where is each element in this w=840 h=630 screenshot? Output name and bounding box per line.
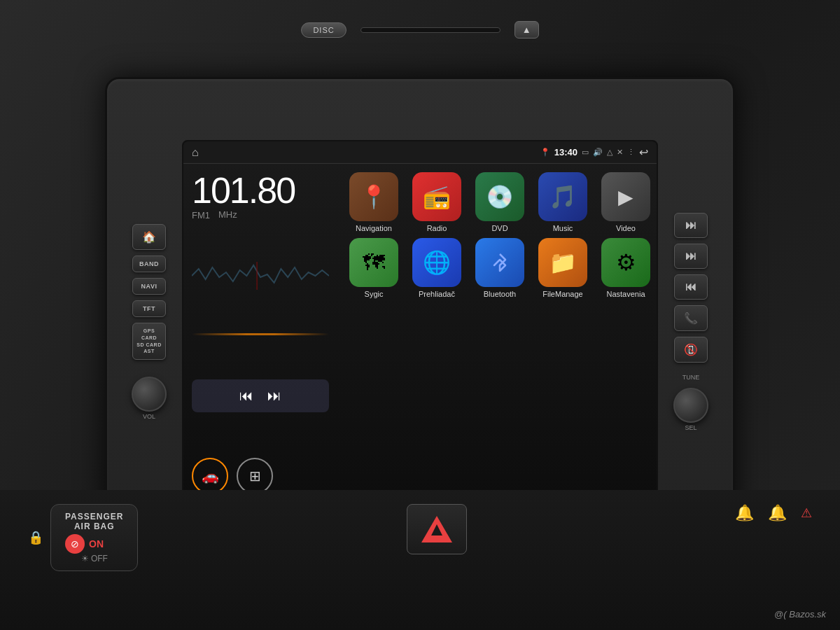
app-music[interactable]: 🎵 Music [535,172,591,232]
app-dvd[interactable]: 💿 DVD [472,172,528,232]
media-controls: ⏮ ⏭ [192,379,329,412]
status-right: 📍 13:40 ▭ 🔊 △ ✕ ⋮ ↩ [540,146,648,159]
car-unit: DISC ▲ 🏠 BAND NAVI TFT GPS CARDSD CARDAS… [0,0,840,630]
tune-label: TUNE [682,374,700,381]
screen: ⌂ 📍 13:40 ▭ 🔊 △ ✕ ⋮ ↩ 101.80 [182,140,658,504]
warning-icons-group: 🔔 🔔 ⚠ [735,504,812,522]
filemanager-icon: 📁 [538,238,587,287]
settings-label: Nastavenia [606,290,645,298]
dashboard-bottom: 🔒 PASSENGERAIR BAG ⊘ ON ☀ OFF 🔔 🔔 ⚠ [0,490,840,630]
app-video[interactable]: ▶ Video [598,172,654,232]
call-btn[interactable]: 📞 [674,305,708,331]
location-icon: 📍 [540,148,550,157]
battery-icon: ▭ [582,148,589,157]
vol-label: VOL [143,413,155,420]
app-radio[interactable]: 📻 Radio [409,172,465,232]
airbag-circle-icon: ⊘ [65,534,85,554]
hazard-button[interactable] [407,504,467,554]
freq-display: 101.80 FM1 MHz [192,172,329,220]
screen-content: 101.80 FM1 MHz ⏮ [183,164,657,503]
back-icon[interactable]: ↩ [639,146,648,159]
warning-icon-3: ⚠ [801,505,812,521]
apps-icon-button[interactable]: ⊞ [237,458,273,494]
app-navigation[interactable]: 📍 Navigation [346,172,402,232]
dvd-label: DVD [491,224,507,232]
status-bar: ⌂ 📍 13:40 ▭ 🔊 △ ✕ ⋮ ↩ [183,141,657,164]
disc-slot [360,27,500,33]
band-button[interactable]: BAND [132,255,166,272]
media-eject-icon: △ [607,148,612,157]
next-track-btn-1[interactable]: ⏭ [674,213,708,238]
app-browser[interactable]: 🌐 Prehliadač [409,238,465,298]
next-track-btn-2[interactable]: ⏭ [674,244,708,269]
home-button[interactable]: 🏠 [132,224,166,250]
top-slot: DISC ▲ [140,21,700,38]
music-label: Music [553,224,573,232]
video-label: Video [616,224,636,232]
home-status-icon[interactable]: ⌂ [192,146,199,159]
bluetooth-icon [475,238,524,287]
app-settings[interactable]: ⚙ Nastavenia [598,238,654,298]
bottom-icon-row: 🚗 ⊞ [192,458,329,494]
bluetooth-label: Bluetooth [484,290,516,298]
media-prev-btn[interactable]: ⏮ [239,388,253,404]
dvd-icon: 💿 [475,172,524,221]
radio-icon: 📻 [412,172,461,221]
apps-row-1: 📍 Navigation 📻 Radio 💿 DVD 🎵 [346,172,654,232]
apps-row-2: 🗺 Sygic 🌐 Prehliadač [346,238,654,298]
airbag-off-text: ☀ OFF [65,554,123,564]
sygic-label: Sygic [365,290,384,298]
frequency-number: 101.80 [192,172,329,209]
airbag-on-text: ON [89,538,104,550]
menu-icon: ⋮ [627,148,635,157]
eject-button[interactable]: ▲ [514,21,539,38]
video-icon: ▶ [601,172,650,221]
disc-button[interactable]: DISC [301,22,346,38]
close-status-icon: ✕ [617,148,623,157]
app-filemanager[interactable]: 📁 FileManage [535,238,591,298]
browser-icon: 🌐 [412,238,461,287]
vol-knob[interactable] [132,377,167,412]
radio-label: Radio [427,224,447,232]
apps-panel: 📍 Navigation 📻 Radio 💿 DVD 🎵 [337,164,658,503]
airbag-label: PASSENGERAIR BAG [65,512,123,531]
filemanager-label: FileManage [542,290,582,298]
warning-icon-1: 🔔 [735,504,754,522]
sel-label: SEL [685,424,696,431]
browser-label: Prehliadač [419,290,455,298]
tune-knob[interactable] [673,388,708,423]
media-next-btn[interactable]: ⏭ [267,388,281,404]
navigation-icon: 📍 [349,172,398,221]
freq-unit: MHz [218,209,237,220]
app-sygic[interactable]: 🗺 Sygic [346,238,402,298]
navigation-label: Navigation [356,224,392,232]
gps-button[interactable]: GPS CARDSD CARDAST [132,323,166,360]
warning-icon-2: 🔔 [768,504,787,522]
right-button-group: ⏭ ⏭ ⏮ 📞 📵 TUNE SEL [670,213,712,431]
bazos-watermark: @( Bazos.sk [774,609,826,620]
radio-panel: 101.80 FM1 MHz ⏮ [183,164,337,503]
app-bluetooth[interactable]: Bluetooth [472,238,528,298]
volume-icon: 🔊 [593,148,603,157]
car-icon-button[interactable]: 🚗 [192,458,228,494]
left-button-group: 🏠 BAND NAVI TFT GPS CARDSD CARDAST VOL [128,224,170,420]
sygic-icon: 🗺 [349,238,398,287]
freq-band: FM1 [192,210,210,220]
hangup-btn[interactable]: 📵 [674,337,708,363]
airbag-on-status: ⊘ ON [65,534,123,554]
music-icon: 🎵 [538,172,587,221]
bottom-left-controls: 🔒 PASSENGERAIR BAG ⊘ ON ☀ OFF [28,504,138,571]
navi-button[interactable]: NAVI [132,278,166,295]
status-time: 13:40 [554,147,578,158]
tuner-strip [192,333,329,335]
tft-button[interactable]: TFT [132,300,166,317]
radio-wave [192,262,329,290]
hazard-triangle-icon [421,516,452,542]
prev-track-btn[interactable]: ⏮ [674,274,708,300]
lock-icon: 🔒 [28,530,43,545]
airbag-panel: PASSENGERAIR BAG ⊘ ON ☀ OFF [50,504,138,571]
settings-icon: ⚙ [601,238,650,287]
